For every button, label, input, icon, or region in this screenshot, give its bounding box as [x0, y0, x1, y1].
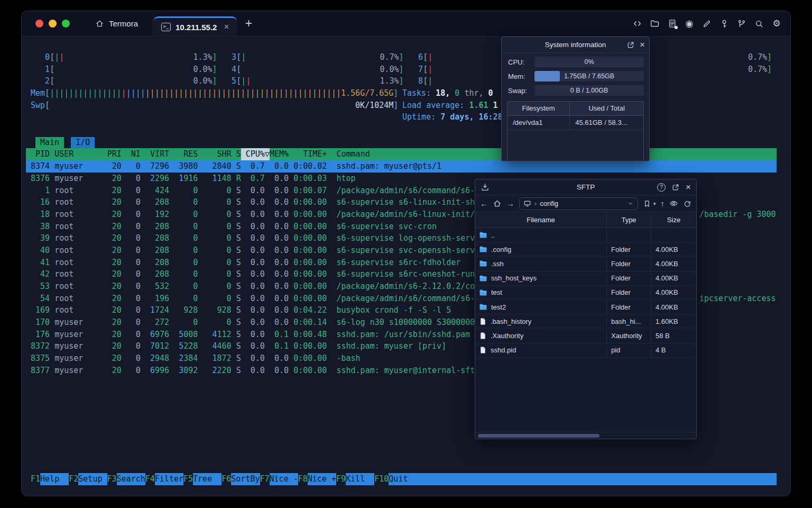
- htop-tab-main[interactable]: Main: [35, 137, 64, 148]
- column-header-SHR[interactable]: SHR: [198, 148, 231, 160]
- close-window-button[interactable]: [35, 20, 43, 28]
- folder-icon[interactable]: [649, 19, 660, 29]
- scrollbar-thumb[interactable]: [478, 434, 599, 438]
- app-window: Termora >_ 10.211.55.2 × + ◉ ⚙ 0[||1.3%]…: [21, 11, 791, 496]
- used-total-column-header[interactable]: Used / Total: [570, 102, 643, 115]
- code-icon[interactable]: [632, 19, 642, 29]
- file-row[interactable]: testFolder4.00KB: [475, 286, 696, 300]
- window-controls: [22, 11, 80, 36]
- sysinfo-meter-mem: Mem:1.75GB / 7.65GB: [508, 71, 644, 81]
- zoom-window-button[interactable]: [62, 20, 70, 28]
- file-type: bash_hi...: [606, 314, 651, 328]
- path-breadcrumb[interactable]: › config: [519, 197, 638, 210]
- file-row[interactable]: ..: [475, 228, 696, 242]
- htop-function-key-bar: F1Help F2Setup F3SearchF4FilterF5Tree F6…: [26, 473, 777, 485]
- file-size: 4.00KB: [651, 271, 696, 285]
- column-header-CPU%[interactable]: CPU%▽: [241, 148, 270, 160]
- snippets-badge: [675, 26, 678, 29]
- sftp-close-icon[interactable]: ×: [686, 183, 691, 192]
- open-in-window-icon[interactable]: [626, 41, 635, 49]
- column-header-TIME+[interactable]: TIME+: [289, 148, 327, 160]
- fn-button-Nice+[interactable]: Nice +: [308, 473, 336, 485]
- process-row[interactable]: 8374myuser200729639802840S0.70.00:00.02s…: [26, 160, 777, 173]
- column-header-PRI[interactable]: PRI: [103, 148, 122, 160]
- column-header-RES[interactable]: RES: [169, 148, 198, 160]
- bookmark-dropdown-icon[interactable]: ▾: [653, 201, 656, 206]
- fn-button-Search[interactable]: Search: [117, 473, 145, 485]
- key-icon[interactable]: [719, 19, 730, 29]
- fn-button-Filter[interactable]: Filter: [155, 473, 183, 485]
- fn-button-Kill[interactable]: Kill: [346, 473, 374, 485]
- file-row[interactable]: ssh_host_keysFolder4.00KB: [475, 271, 696, 286]
- size-column-header[interactable]: Size: [651, 212, 696, 228]
- search-icon[interactable]: [754, 19, 764, 29]
- file-name-cell: .Xauthority: [475, 329, 606, 342]
- fn-button-SortBy[interactable]: SortBy: [231, 473, 260, 485]
- cpu-meter-0: 0[||1.3%]: [31, 51, 217, 64]
- current-directory: config: [540, 199, 558, 207]
- bookmark-icon[interactable]: [643, 199, 651, 208]
- column-header-NI[interactable]: NI: [122, 148, 141, 160]
- file-name-cell: test2: [475, 300, 606, 314]
- new-tab-button[interactable]: +: [237, 11, 260, 36]
- show-hidden-eye-icon[interactable]: [669, 199, 678, 208]
- refresh-icon[interactable]: [683, 199, 691, 208]
- type-column-header[interactable]: Type: [606, 212, 651, 228]
- column-header-S[interactable]: S: [232, 148, 241, 160]
- file-name-cell: ssh_host_keys: [475, 271, 606, 285]
- cpu-meter-2: 2[0.0%]: [31, 75, 217, 87]
- snippets-icon[interactable]: [667, 19, 677, 29]
- horizontal-scrollbar[interactable]: [475, 432, 696, 439]
- folder-icon: [479, 245, 487, 253]
- file-type: Folder: [606, 242, 651, 256]
- tab-home[interactable]: Termora: [80, 11, 153, 36]
- file-size: 58 B: [651, 329, 696, 342]
- filesystem-row[interactable]: /dev/vda145.61GB / 58.3...: [508, 116, 643, 130]
- filename-column-header[interactable]: Filename: [475, 212, 606, 228]
- fn-button-Tree[interactable]: Tree: [193, 473, 222, 485]
- up-directory-icon[interactable]: ↑: [661, 199, 665, 208]
- file-name-cell: sshd.pid: [475, 343, 606, 357]
- column-header-VIRT[interactable]: VIRT: [141, 148, 169, 160]
- file-table-header: Filename Type Size: [475, 212, 696, 228]
- file-name-cell: .config: [475, 242, 606, 256]
- open-in-window-icon[interactable]: [671, 183, 680, 192]
- filesystem-table: Filesystem Used / Total /dev/vda145.61GB…: [507, 101, 644, 162]
- file-name: ssh_host_keys: [491, 274, 537, 282]
- fn-button-Setup[interactable]: Setup: [78, 473, 107, 485]
- filesystem-column-header[interactable]: Filesystem: [508, 102, 570, 115]
- file-size: 4.00KB: [651, 286, 696, 300]
- htop-tab-i/o[interactable]: I/O: [71, 137, 95, 148]
- close-tab-icon[interactable]: ×: [224, 22, 229, 32]
- column-header-MEM%[interactable]: MEM%: [270, 148, 289, 160]
- help-icon[interactable]: ?: [657, 183, 666, 192]
- tab-session[interactable]: >_ 10.211.55.2 ×: [153, 16, 237, 36]
- home-icon[interactable]: [493, 199, 502, 208]
- file-row[interactable]: .sshFolder4.00KB: [475, 257, 696, 271]
- command-overflow-text: ipcserver-access: [699, 293, 776, 305]
- back-icon[interactable]: ←: [480, 199, 488, 208]
- fn-button-Quit[interactable]: Quit: [389, 473, 777, 485]
- sysinfo-close-icon[interactable]: ×: [640, 41, 645, 49]
- chevron-down-icon[interactable]: [627, 200, 634, 207]
- file-row[interactable]: .XauthorityXauthority58 B: [475, 329, 696, 343]
- fn-button-Help[interactable]: Help: [40, 473, 69, 485]
- file-row[interactable]: .configFolder4.00KB: [475, 242, 696, 257]
- forward-icon[interactable]: →: [506, 199, 514, 208]
- file-name: .config: [491, 246, 511, 253]
- file-row[interactable]: .bash_historybash_hi...1.60KB: [475, 314, 696, 329]
- file-type: [606, 228, 651, 242]
- fn-button-Nice-[interactable]: Nice -: [270, 473, 298, 485]
- port-forward-icon[interactable]: [736, 19, 747, 29]
- file-row[interactable]: sshd.pidpid4 B: [475, 343, 696, 358]
- meter-label: CPU:: [508, 58, 530, 66]
- edit-icon[interactable]: [702, 19, 712, 29]
- record-icon[interactable]: ◉: [684, 19, 695, 29]
- cpu-meter-4: 4[0.0%]: [217, 64, 404, 76]
- column-header-USER[interactable]: USER: [54, 148, 102, 160]
- minimize-window-button[interactable]: [49, 20, 57, 28]
- settings-gear-icon[interactable]: ⚙: [771, 19, 782, 29]
- file-size: 4.00KB: [651, 257, 696, 270]
- column-header-PID[interactable]: PID: [31, 148, 50, 160]
- file-row[interactable]: test2Folder4.00KB: [475, 300, 696, 314]
